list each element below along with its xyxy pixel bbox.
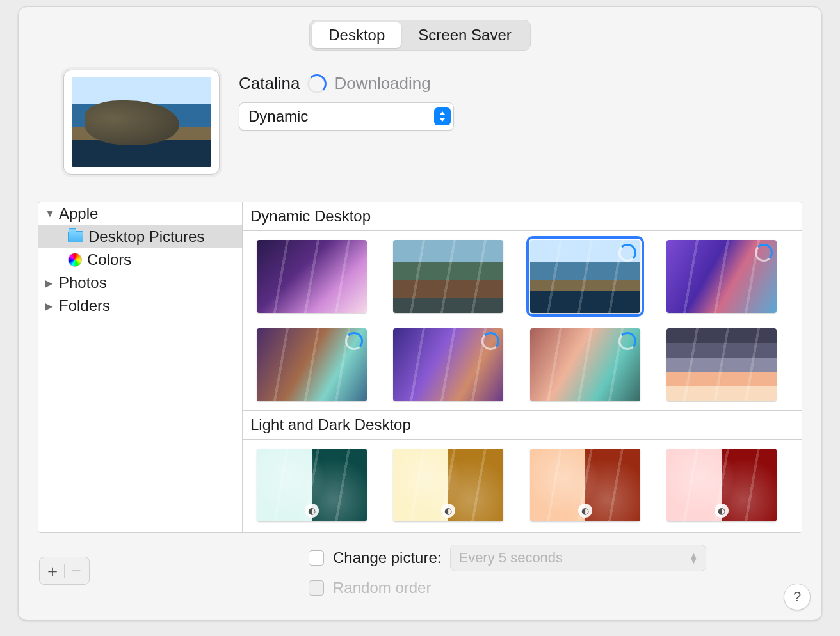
- download-spinner-icon: [345, 332, 363, 350]
- preview-image: [72, 77, 211, 167]
- download-spinner-icon: [618, 244, 636, 262]
- wallpaper-thumb-imac-teal[interactable]: ◐: [257, 449, 367, 521]
- change-interval-value: Every 5 seconds: [458, 550, 563, 566]
- sidebar-item-photos[interactable]: ▶ Photos: [38, 271, 242, 294]
- wallpaper-thumb-imac-red[interactable]: ◐: [666, 449, 777, 521]
- light-dark-badge-icon: ◐: [578, 504, 592, 518]
- change-picture-checkbox[interactable]: [309, 550, 324, 566]
- sidebar-item-desktop-pictures[interactable]: Desktop Pictures: [38, 225, 242, 248]
- download-spinner-icon: [618, 332, 636, 350]
- current-wallpaper-preview: [63, 70, 220, 175]
- source-sidebar: ▼ Apple Desktop Pictures Colors ▶ Photos…: [38, 202, 243, 532]
- select-caret-icon: [434, 107, 451, 125]
- appearance-mode-select[interactable]: Dynamic: [239, 102, 454, 131]
- select-caret-icon: ▲▼: [690, 553, 699, 563]
- color-wheel-icon: [68, 253, 82, 267]
- add-remove-bar: ＋ −: [39, 557, 90, 585]
- wallpaper-thumb-imac-yellow[interactable]: ◐: [393, 449, 503, 521]
- folder-icon: [68, 231, 83, 242]
- wallpaper-thumb-catalina[interactable]: [530, 240, 640, 313]
- appearance-mode-value: Dynamic: [248, 107, 308, 125]
- wallpaper-thumb-the-lake[interactable]: [257, 328, 367, 401]
- separator: [64, 564, 65, 578]
- wallpaper-thumb-imac-orange[interactable]: ◐: [530, 449, 640, 521]
- random-order-checkbox: [309, 580, 324, 596]
- sidebar-item-folders[interactable]: ▶ Folders: [38, 294, 242, 317]
- wallpaper-thumb-big-sur-aerial[interactable]: [393, 240, 503, 313]
- help-button[interactable]: ?: [784, 584, 811, 610]
- sidebar-item-apple[interactable]: ▼ Apple: [38, 202, 242, 225]
- chevron-down-icon: ▼: [45, 208, 54, 219]
- add-folder-button[interactable]: ＋: [44, 562, 61, 580]
- chevron-right-icon: ▶: [45, 300, 54, 312]
- light-dark-badge-icon: ◐: [441, 504, 455, 518]
- tab-desktop[interactable]: Desktop: [312, 22, 401, 48]
- diagonal-overlay: [257, 240, 367, 313]
- sidebar-item-label: Apple: [59, 205, 98, 223]
- wallpaper-gallery: Dynamic Desktop Light and Dark Desktop ◐…: [243, 202, 802, 532]
- wallpaper-thumb-big-sur-graphic[interactable]: [666, 240, 777, 313]
- wallpaper-thumb-monterey-graphic[interactable]: [257, 240, 367, 313]
- section-header-lightdark: Light and Dark Desktop: [243, 410, 802, 440]
- remove-folder-button: −: [67, 562, 85, 580]
- wallpaper-thumb-hello-gradient[interactable]: [666, 328, 777, 401]
- tab-screensaver[interactable]: Screen Saver: [401, 22, 528, 48]
- sidebar-item-label: Photos: [59, 274, 107, 292]
- section-header-dynamic: Dynamic Desktop: [243, 202, 802, 231]
- change-interval-select: Every 5 seconds ▲▼: [450, 545, 706, 571]
- download-spinner-icon: [755, 244, 773, 262]
- download-status: Downloading: [334, 74, 430, 93]
- wallpaper-name: Catalina: [239, 74, 300, 93]
- sidebar-item-label: Desktop Pictures: [88, 228, 204, 246]
- diagonal-overlay: [393, 240, 503, 313]
- sidebar-item-label: Colors: [87, 251, 131, 269]
- sidebar-item-label: Folders: [59, 297, 110, 315]
- desktop-prefs-window: Desktop Screen Saver Catalina Downloadin…: [18, 6, 822, 621]
- sidebar-item-colors[interactable]: Colors: [38, 248, 242, 271]
- tab-bar: Desktop Screen Saver: [309, 20, 530, 51]
- wallpaper-thumb-the-desert[interactable]: [393, 328, 503, 401]
- wallpaper-thumb-the-beach[interactable]: [530, 328, 640, 401]
- download-spinner-icon: [307, 74, 327, 93]
- change-picture-label: Change picture:: [333, 549, 441, 567]
- diagonal-overlay: [666, 328, 777, 401]
- light-dark-badge-icon: ◐: [305, 504, 319, 518]
- light-dark-badge-icon: ◐: [715, 504, 729, 518]
- random-order-label: Random order: [333, 579, 431, 597]
- chevron-right-icon: ▶: [45, 277, 54, 289]
